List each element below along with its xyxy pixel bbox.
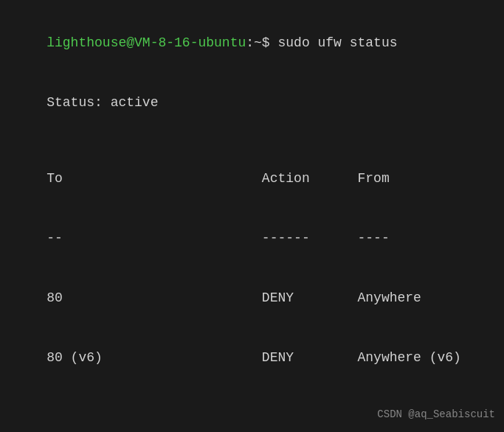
command-text-1: sudo ufw status bbox=[270, 35, 398, 50]
spacer-2 bbox=[15, 388, 489, 404]
status-label: Status: bbox=[46, 95, 110, 110]
terminal-window: lighthouse@VM-8-16-ubuntu:~$ sudo ufw st… bbox=[0, 0, 504, 432]
watermark: CSDN @aq_Seabiscuit bbox=[377, 408, 495, 420]
spacer-1 bbox=[15, 133, 489, 149]
table-row-80v6: 80 (v6) DENY Anywhere (v6) bbox=[15, 328, 489, 388]
command-line-2: lighthouse@VM-8-16-ubuntu:~$ sudo ufw en… bbox=[15, 420, 489, 432]
col-to: To Action From bbox=[46, 171, 389, 186]
row-80v6-text: 80 (v6) DENY Anywhere (v6) bbox=[46, 350, 461, 365]
prompt-user-1: lighthouse@VM-8-16-ubuntu bbox=[46, 35, 246, 50]
prompt-symbol-1: :~$ bbox=[246, 35, 269, 50]
table-separator: -- ------ ---- bbox=[15, 209, 489, 268]
table-row-80: 80 DENY Anywhere bbox=[15, 268, 489, 328]
output-status: Status: active bbox=[15, 73, 489, 133]
status-value: active bbox=[111, 95, 159, 110]
table-header: To Action From bbox=[15, 149, 489, 209]
row-80-text: 80 DENY Anywhere bbox=[46, 290, 421, 305]
col-sep: -- ------ ---- bbox=[46, 231, 389, 245]
command-line-1: lighthouse@VM-8-16-ubuntu:~$ sudo ufw st… bbox=[15, 13, 489, 73]
